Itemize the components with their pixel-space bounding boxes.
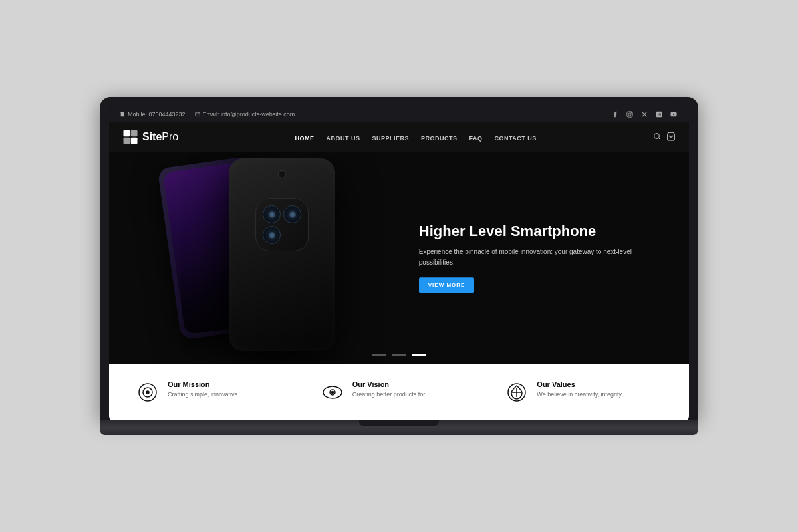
top-bar: Mobile: 07504443232 Email: info@products… bbox=[109, 106, 689, 122]
values-icon bbox=[505, 380, 529, 404]
mission-card: Our Mission Crafting simple, innovative bbox=[122, 380, 307, 404]
cart-icon[interactable] bbox=[666, 132, 676, 142]
nav-icons bbox=[653, 132, 676, 142]
navbar: SitePro HOME ABOUT US SUPPLIERS PRODUCTS… bbox=[109, 122, 689, 152]
search-icon[interactable] bbox=[653, 132, 661, 142]
nav-links: HOME ABOUT US SUPPLIERS PRODUCTS FAQ CON… bbox=[295, 131, 536, 143]
svg-line-12 bbox=[658, 138, 660, 139]
hero-phones bbox=[109, 152, 428, 364]
svg-rect-0 bbox=[121, 112, 124, 117]
facebook-icon[interactable] bbox=[610, 110, 620, 119]
values-card: Our Values We believe in creativity, int… bbox=[491, 380, 676, 404]
laptop-frame: Mobile: 07504443232 Email: info@products… bbox=[100, 97, 698, 435]
hero-content: Higher Level Smartphone Experience the p… bbox=[419, 223, 662, 293]
svg-point-16 bbox=[146, 391, 149, 394]
carousel-dots bbox=[372, 354, 426, 356]
svg-point-19 bbox=[331, 392, 333, 394]
svg-point-3 bbox=[628, 113, 631, 116]
nav-faq[interactable]: FAQ bbox=[469, 131, 482, 143]
email-info: Email: info@products-website.com bbox=[195, 111, 295, 118]
topbar-left: Mobile: 07504443232 Email: info@products… bbox=[120, 111, 295, 118]
vision-text: Our Vision Creating better products for bbox=[352, 380, 426, 399]
svg-point-11 bbox=[654, 134, 659, 139]
values-text: Our Values We believe in creativity, int… bbox=[537, 380, 623, 399]
carousel-dot-3[interactable] bbox=[412, 354, 426, 356]
svg-rect-10 bbox=[131, 138, 138, 144]
vision-icon bbox=[321, 380, 344, 404]
linkedin-icon[interactable] bbox=[654, 110, 664, 119]
hero-section: Higher Level Smartphone Experience the p… bbox=[109, 152, 689, 364]
mission-icon bbox=[136, 380, 160, 404]
camera-module bbox=[255, 198, 309, 251]
nav-suppliers[interactable]: SUPPLIERS bbox=[372, 131, 409, 143]
nav-products[interactable]: PRODUCTS bbox=[421, 131, 458, 143]
svg-rect-7 bbox=[124, 130, 130, 137]
hero-description: Experience the pinnacle of mobile innova… bbox=[419, 247, 662, 269]
svg-point-4 bbox=[631, 112, 632, 113]
mission-text: Our Mission Crafting simple, innovative bbox=[168, 380, 238, 399]
svg-rect-9 bbox=[124, 138, 130, 144]
screen-bezel: Mobile: 07504443232 Email: info@products… bbox=[100, 97, 698, 420]
svg-rect-2 bbox=[627, 112, 632, 117]
hero-title: Higher Level Smartphone bbox=[419, 223, 662, 240]
screen: Mobile: 07504443232 Email: info@products… bbox=[109, 106, 689, 420]
nav-about[interactable]: ABOUT US bbox=[326, 131, 360, 143]
topbar-social bbox=[610, 110, 678, 119]
carousel-dot-1[interactable] bbox=[372, 354, 386, 356]
youtube-icon[interactable] bbox=[669, 110, 678, 119]
logo-text: SitePro bbox=[142, 131, 178, 143]
mobile-info: Mobile: 07504443232 bbox=[120, 111, 186, 118]
vision-card: Our Vision Creating better products for bbox=[307, 380, 492, 404]
x-icon[interactable] bbox=[640, 110, 649, 119]
nav-contact[interactable]: CONTACT US bbox=[494, 131, 536, 143]
logo[interactable]: SitePro bbox=[122, 129, 178, 145]
view-more-button[interactable]: VIEW MORE bbox=[419, 278, 475, 293]
nav-home[interactable]: HOME bbox=[295, 131, 314, 143]
info-section: Our Mission Crafting simple, innovative … bbox=[109, 364, 689, 420]
svg-rect-8 bbox=[131, 130, 138, 137]
laptop-base bbox=[100, 420, 698, 435]
phone-front bbox=[229, 158, 335, 351]
instagram-icon[interactable] bbox=[625, 110, 634, 119]
carousel-dot-2[interactable] bbox=[392, 354, 406, 356]
logo-icon bbox=[122, 129, 138, 145]
